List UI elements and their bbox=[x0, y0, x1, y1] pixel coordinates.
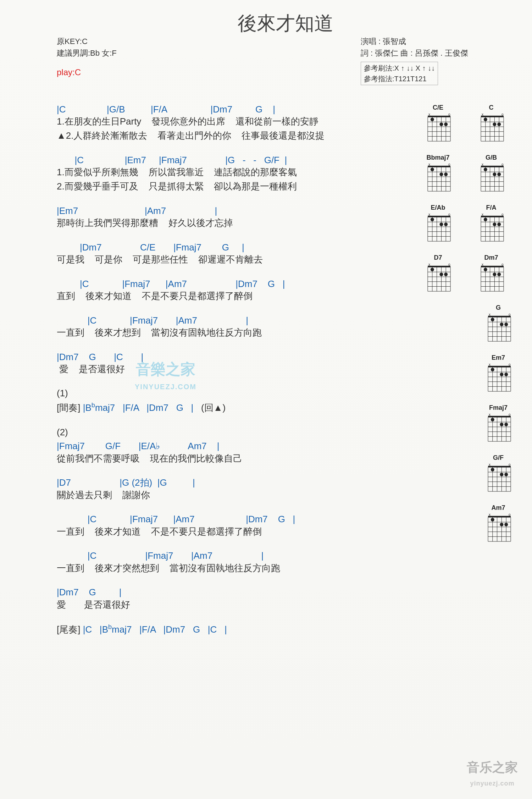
svg-rect-198 bbox=[488, 466, 511, 467]
lyric-line: 愛 是否還很好 bbox=[57, 363, 404, 375]
svg-point-51 bbox=[444, 172, 448, 176]
chord-line: |C |G/B |F/A |Dm7 G | bbox=[57, 104, 404, 115]
chord-diagram: F/Axo bbox=[472, 204, 511, 244]
chord-line: |Dm7 C/E |Fmaj7 G | bbox=[57, 242, 404, 253]
lyric-line: 1.在朋友的生日Party 發現你意外的出席 還和從前一樣的安靜 bbox=[57, 116, 404, 128]
svg-rect-180 bbox=[488, 416, 511, 417]
svg-point-15 bbox=[444, 122, 448, 126]
watermark-corner: 音乐之家 yinyuezj.com bbox=[467, 760, 518, 788]
svg-rect-108 bbox=[428, 266, 450, 267]
svg-text:x: x bbox=[482, 263, 483, 266]
svg-point-85 bbox=[431, 218, 434, 221]
lyric-line: 2.而愛幾乎垂手可及 只是抓得太緊 卻以為那是一種權利 bbox=[57, 181, 404, 193]
svg-text:o: o bbox=[448, 213, 450, 216]
lyric-line: 一直到 後來才突然想到 當初沒有固執地往反方向跑 bbox=[57, 562, 404, 574]
svg-point-141 bbox=[497, 272, 501, 276]
fretboard-icon: xo bbox=[479, 462, 518, 494]
chord-diagram-column: C/ExoCxoBbmaj7xoG/BxoE/AbxoF/AxoD7xoDm7x… bbox=[419, 104, 518, 554]
svg-point-195 bbox=[504, 423, 508, 426]
svg-point-213 bbox=[504, 473, 508, 476]
svg-point-68 bbox=[493, 172, 496, 176]
fretboard-icon: xo bbox=[472, 112, 511, 144]
svg-point-87 bbox=[444, 222, 448, 226]
chord-diagram-row: E/AbxoF/Axo bbox=[419, 204, 518, 244]
svg-point-229 bbox=[491, 518, 494, 522]
fretboard-icon: xo bbox=[419, 212, 458, 244]
svg-text:o: o bbox=[501, 162, 504, 166]
fretboard-icon: xo bbox=[472, 212, 511, 244]
svg-point-86 bbox=[439, 222, 443, 226]
svg-text:x: x bbox=[489, 363, 491, 367]
chord-line: |C |Fmaj7 |Am7 |Dm7 G | bbox=[57, 279, 404, 290]
svg-point-211 bbox=[491, 468, 494, 472]
chord-diagram: C/Exo bbox=[419, 104, 458, 144]
section-label: (2) bbox=[57, 427, 404, 438]
svg-rect-18 bbox=[481, 116, 504, 117]
svg-text:o: o bbox=[448, 162, 450, 166]
svg-point-123 bbox=[444, 272, 448, 276]
chord-line: |Dm7 G |C | bbox=[57, 352, 404, 363]
chord-line: |Dm7 G | bbox=[57, 587, 404, 598]
chord-name: Dm7 bbox=[472, 254, 511, 261]
chord-diagram: Am7xo bbox=[479, 504, 518, 544]
fretboard-icon: xo bbox=[479, 512, 518, 544]
fretboard-icon: xo bbox=[472, 262, 511, 294]
svg-point-104 bbox=[493, 222, 496, 226]
svg-point-33 bbox=[497, 122, 501, 126]
chord-diagram: Bbmaj7xo bbox=[419, 154, 458, 194]
svg-point-193 bbox=[491, 418, 494, 421]
chord-line: |C |Fmaj7 |Am7 |Dm7 G | bbox=[57, 514, 404, 525]
lyric-line: 一直到 後來才知道 不是不要只是都選擇了醉倒 bbox=[57, 526, 404, 538]
lyrics-column: |C |G/B |F/A |Dm7 G |1.在朋友的生日Party 發現你意外… bbox=[57, 104, 404, 636]
chord-diagram: Dm7xo bbox=[472, 254, 511, 294]
svg-text:o: o bbox=[509, 313, 511, 316]
fretboard-icon: xo bbox=[479, 312, 518, 344]
pattern-box: 參考刷法:X ↑ ↓↓ X ↑ ↓↓ 參考指法:T121T121 bbox=[361, 62, 438, 85]
svg-text:o: o bbox=[448, 263, 450, 266]
lyric-line: 從前我們不需要呼吸 現在的我們比較像自己 bbox=[57, 453, 404, 465]
svg-point-50 bbox=[439, 172, 443, 176]
svg-point-230 bbox=[500, 523, 503, 526]
lyric-line: 1.而愛似乎所剩無幾 所以當我靠近 連話都說的那麼客氣 bbox=[57, 166, 404, 178]
lyric-line: 愛 是否還很好 bbox=[57, 599, 404, 611]
chord-diagram-row: Bbmaj7xoG/Bxo bbox=[419, 154, 518, 194]
svg-text:o: o bbox=[448, 112, 450, 116]
svg-rect-162 bbox=[488, 366, 511, 367]
svg-text:x: x bbox=[482, 213, 483, 216]
chord-diagram: Gxo bbox=[479, 304, 518, 344]
chord-diagram-row: Em7xo bbox=[419, 354, 518, 394]
chord-name: Am7 bbox=[479, 504, 518, 512]
chord-name: Fmaj7 bbox=[479, 404, 518, 412]
svg-point-67 bbox=[484, 168, 487, 171]
chord-diagram: Cxo bbox=[472, 104, 511, 144]
svg-point-14 bbox=[439, 122, 443, 126]
chord-diagram-row: Gxo bbox=[419, 304, 518, 344]
chord-name: G/F bbox=[479, 454, 518, 462]
svg-rect-54 bbox=[481, 166, 504, 167]
svg-point-140 bbox=[493, 272, 496, 276]
chord-line: |Em7 |Am7 | bbox=[57, 205, 404, 216]
lyric-line: 那時街上我們哭得那麼糟 好久以後才忘掉 bbox=[57, 217, 404, 229]
chord-name: F/A bbox=[472, 204, 511, 211]
chord-diagram-row: D7xoDm7xo bbox=[419, 254, 518, 294]
svg-text:o: o bbox=[509, 363, 511, 367]
lyric-line: 可是我 可是你 可是那些任性 卻遲遲不肯離去 bbox=[57, 254, 404, 266]
fretboard-icon: xo bbox=[419, 262, 458, 294]
fretboard-icon: xo bbox=[479, 362, 518, 394]
chord-diagram: D7xo bbox=[419, 254, 458, 294]
chord-diagram: Em7xo bbox=[479, 354, 518, 394]
svg-point-231 bbox=[504, 523, 508, 526]
chord-diagram: E/Abxo bbox=[419, 204, 458, 244]
svg-point-103 bbox=[484, 218, 487, 221]
lyric-line: 直到 後來才知道 不是不要只是都選擇了醉倒 bbox=[57, 290, 404, 302]
svg-text:o: o bbox=[501, 213, 504, 216]
svg-text:x: x bbox=[489, 313, 491, 316]
meta-left: 原KEY:C 建議男調:Bb 女:F play:C bbox=[57, 35, 117, 79]
chord-diagram-row: G/Fxo bbox=[419, 454, 518, 494]
fretboard-icon: xo bbox=[419, 112, 458, 144]
svg-rect-216 bbox=[488, 516, 511, 517]
play-key: play:C bbox=[57, 66, 117, 79]
chord-name: E/Ab bbox=[419, 204, 458, 211]
svg-rect-144 bbox=[488, 316, 511, 317]
lyric-line: ▲2.人群終於漸漸散去 看著走出門外的你 往事最後還是都沒提 bbox=[57, 130, 404, 142]
